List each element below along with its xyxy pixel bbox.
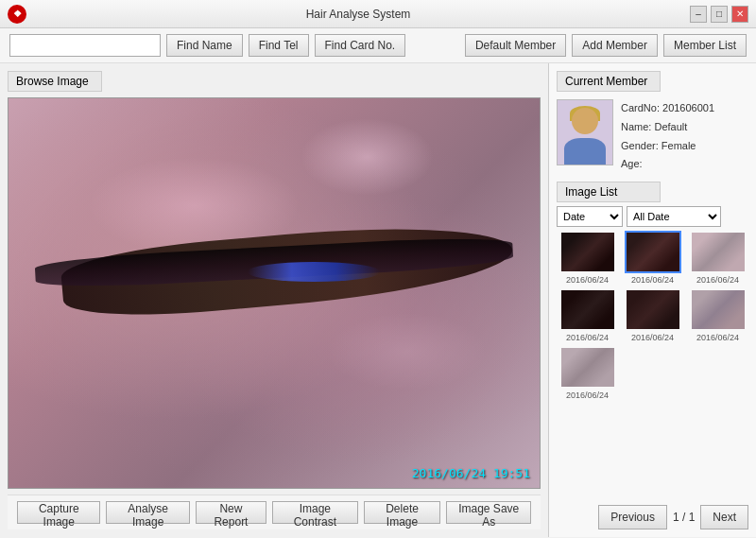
page-info: 1 / 1 xyxy=(673,511,695,524)
member-controls: Default Member Add Member Member List xyxy=(465,34,747,57)
thumbnail-image[interactable] xyxy=(559,231,616,273)
thumbnail-image[interactable] xyxy=(690,231,747,273)
member-age: Age: xyxy=(621,155,714,174)
thumb-bg-6 xyxy=(692,290,745,329)
thumb-bg-1 xyxy=(561,233,614,271)
next-button[interactable]: Next xyxy=(700,505,748,529)
all-date-filter-select[interactable]: All Date xyxy=(627,206,721,227)
member-card-no: CardNo: 201606001 xyxy=(621,99,714,118)
hair-image-background xyxy=(9,98,540,488)
list-item[interactable]: 2016/06/24 xyxy=(687,288,748,342)
image-display: 2016/06/24 19:51 xyxy=(8,97,541,489)
list-item[interactable]: 2016/06/24 xyxy=(687,231,748,285)
title-bar: ❖ Hair Analyse System – □ ✕ xyxy=(0,0,756,28)
list-item[interactable]: 2016/06/24 xyxy=(622,288,683,342)
image-list-label-wrapper: Image List xyxy=(557,182,748,202)
list-item[interactable]: 2016/06/24 xyxy=(622,231,683,285)
date-filter-select[interactable]: Date xyxy=(557,206,623,227)
avatar-body xyxy=(564,138,606,165)
image-list-label: Image List xyxy=(557,182,661,202)
scatter-highlight-2 xyxy=(327,313,487,390)
image-save-as-button[interactable]: Image Save As xyxy=(446,501,531,524)
thumb-bg-7 xyxy=(561,348,614,387)
restore-button[interactable]: □ xyxy=(711,6,728,23)
minimize-button[interactable]: – xyxy=(690,6,707,23)
search-input[interactable] xyxy=(9,34,161,57)
scatter-highlight-3 xyxy=(301,118,434,196)
thumb-bg-2 xyxy=(627,233,679,271)
thumb-date: 2016/06/24 xyxy=(696,275,739,285)
member-name: Name: Default xyxy=(621,118,714,137)
thumbnail-image[interactable] xyxy=(625,288,681,331)
image-list-section: Image List Date All Date 2016/06/24 xyxy=(557,182,748,497)
delete-image-button[interactable]: Delete Image xyxy=(364,501,441,524)
thumbnail-image-selected[interactable] xyxy=(625,231,681,273)
find-card-no-button[interactable]: Find Card No. xyxy=(315,34,406,57)
filter-row: Date All Date xyxy=(557,206,748,227)
window-controls: – □ ✕ xyxy=(690,6,748,23)
thumb-bg-4 xyxy=(561,290,614,329)
default-member-button[interactable]: Default Member xyxy=(465,34,566,57)
list-item[interactable]: 2016/06/24 xyxy=(557,288,618,342)
pagination: Previous 1 / 1 Next xyxy=(598,505,748,529)
hair-blue-highlight xyxy=(248,262,381,282)
toolbar: Find Name Find Tel Find Card No. Default… xyxy=(0,28,756,63)
new-report-button[interactable]: New Report xyxy=(196,501,266,524)
browse-image-label: Browse Image xyxy=(8,71,541,92)
thumbnail-image[interactable] xyxy=(690,288,747,331)
window-title: Hair Analyse System xyxy=(26,8,690,21)
app-icon: ❖ xyxy=(8,5,26,24)
thumb-date: 2016/06/24 xyxy=(696,333,739,342)
add-member-button[interactable]: Add Member xyxy=(572,34,658,57)
list-item[interactable]: 2016/06/24 xyxy=(557,231,618,285)
thumb-date: 2016/06/24 xyxy=(631,275,674,285)
thumb-bg-5 xyxy=(627,290,679,329)
member-avatar xyxy=(557,99,613,165)
current-member-label: Current Member xyxy=(557,71,661,92)
avatar-head xyxy=(572,108,598,134)
left-panel: Browse Image 2016/06/24 19:51 Capture Im… xyxy=(0,63,548,537)
find-tel-button[interactable]: Find Tel xyxy=(249,34,309,57)
image-timestamp: 2016/06/24 19:51 xyxy=(412,466,530,480)
image-contrast-button[interactable]: Image Contrast xyxy=(272,501,358,524)
thumbnail-grid: 2016/06/24 2016/06/24 2016/06/24 xyxy=(557,231,748,400)
main-area: Browse Image 2016/06/24 19:51 Capture Im… xyxy=(0,63,756,537)
capture-image-button[interactable]: Capture Image xyxy=(17,501,100,524)
close-button[interactable]: ✕ xyxy=(731,6,748,23)
thumbnail-image[interactable] xyxy=(559,346,616,389)
thumb-date: 2016/06/24 xyxy=(566,333,609,342)
thumb-date: 2016/06/24 xyxy=(631,333,674,342)
right-panel: Current Member CardNo: 201606001 Name: D… xyxy=(548,63,756,537)
list-item[interactable]: 2016/06/24 xyxy=(557,346,618,400)
thumb-date: 2016/06/24 xyxy=(566,390,609,400)
member-gender: Gender: Female xyxy=(621,137,714,156)
current-member-label-wrapper: Current Member xyxy=(557,71,748,92)
thumb-date: 2016/06/24 xyxy=(566,275,609,285)
find-name-button[interactable]: Find Name xyxy=(166,34,243,57)
member-info: CardNo: 201606001 Name: Default Gender: … xyxy=(621,99,714,174)
analyse-image-button[interactable]: Analyse Image xyxy=(106,501,189,524)
previous-button[interactable]: Previous xyxy=(598,505,667,529)
thumb-bg-3 xyxy=(692,233,745,271)
bottom-toolbar: Capture Image Analyse Image New Report I… xyxy=(8,495,541,529)
member-card: CardNo: 201606001 Name: Default Gender: … xyxy=(557,99,748,174)
member-list-button[interactable]: Member List xyxy=(663,34,747,57)
thumbnail-image[interactable] xyxy=(559,288,616,331)
